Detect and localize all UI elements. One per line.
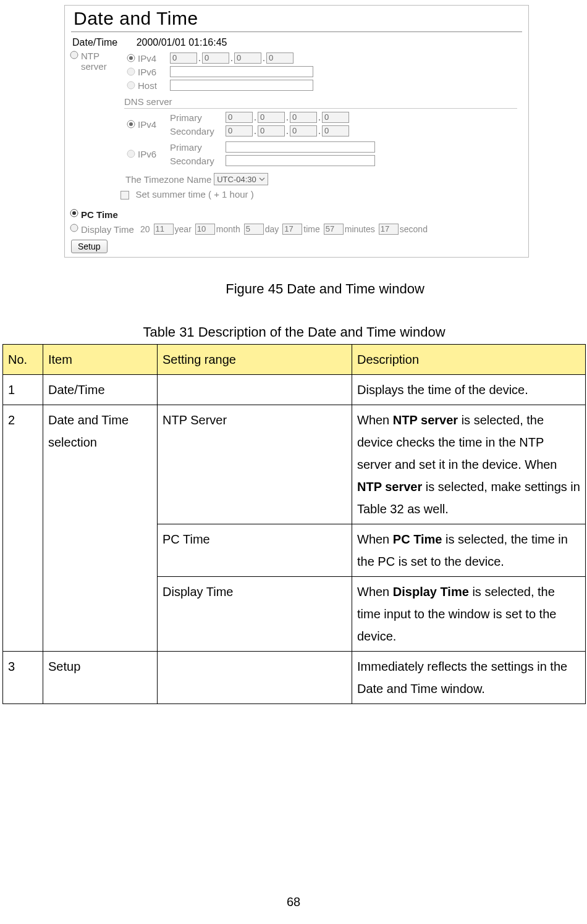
display-month-input[interactable]: 10: [195, 224, 215, 235]
table-row: 2 Date and Time selection NTP Server Whe…: [3, 405, 586, 524]
cell-no: 2: [3, 405, 43, 652]
cell-desc: Immediately reflects the settings in the…: [352, 652, 586, 704]
svg-point-2: [129, 56, 133, 60]
display-sec-input[interactable]: 17: [379, 224, 399, 235]
cell-no: 3: [3, 652, 43, 704]
date-label: Date/Time: [72, 37, 117, 48]
dns-ipv6-primary-input[interactable]: [226, 141, 375, 153]
display-year-label: year: [175, 224, 192, 234]
cell-range: [158, 652, 352, 704]
ntp-server-radio[interactable]: [70, 51, 78, 62]
display-year-prefix: 20: [140, 224, 150, 234]
figure-caption: Figure 45 Date and Time window: [64, 281, 586, 297]
cell-desc: When NTP server is selected, the device …: [352, 405, 586, 524]
display-time-radio[interactable]: [70, 224, 78, 235]
th-desc: Description: [352, 345, 586, 375]
table-header-row: No. Item Setting range Description: [3, 345, 586, 375]
ntp-host-input[interactable]: [170, 80, 313, 91]
dns-ipv6-secondary-label: Secondary: [170, 156, 226, 166]
cell-desc: When PC Time is selected, the time in th…: [352, 524, 586, 577]
svg-point-6: [129, 122, 133, 126]
setup-button[interactable]: Setup: [71, 240, 108, 253]
dns-section-title: DNS server: [124, 93, 517, 109]
ntp-ipv4-o2[interactable]: 0: [202, 52, 229, 64]
cell-range: [158, 375, 352, 405]
svg-point-9: [72, 211, 76, 215]
dns-ipv4-s1[interactable]: 0: [226, 125, 253, 136]
ntp-ipv6-input[interactable]: [170, 66, 313, 77]
display-month-label: month: [216, 224, 240, 234]
dns-ipv4-radio[interactable]: [124, 120, 138, 128]
chevron-down-icon: [259, 176, 265, 182]
dns-ipv4-s3[interactable]: 0: [290, 125, 317, 136]
table-caption: Table 31 Description of the Date and Tim…: [2, 324, 586, 340]
ntp-host-radio[interactable]: [124, 81, 138, 90]
display-hour-input[interactable]: 17: [282, 224, 302, 235]
display-hour-label: time: [303, 224, 319, 234]
dns-ipv4-s4[interactable]: 0: [322, 125, 349, 136]
description-table: No. Item Setting range Description 1 Dat…: [2, 344, 586, 704]
cell-range: Display Time: [158, 577, 352, 652]
text: When: [357, 413, 393, 427]
ntp-ipv4-o3[interactable]: 0: [234, 52, 261, 64]
dns-ipv4-p4[interactable]: 0: [322, 112, 349, 123]
ntp-ipv4-radio[interactable]: [124, 54, 138, 62]
th-no: No.: [3, 345, 43, 375]
date-time-display: Date/Time 2000/01/01 01:16:45: [65, 36, 528, 51]
text: When: [357, 585, 393, 598]
cell-item: Setup: [43, 652, 158, 704]
bold-text: NTP server: [393, 413, 458, 427]
dns-ipv4-p2[interactable]: 0: [258, 112, 285, 123]
text: When: [357, 532, 393, 546]
panel-title: Date and Time: [65, 6, 528, 29]
display-day-label: day: [265, 224, 279, 234]
cell-range: PC Time: [158, 524, 352, 577]
timezone-label: The Timezone Name: [125, 174, 211, 185]
dns-ipv4-secondary-label: Secondary: [170, 126, 226, 136]
display-day-input[interactable]: 5: [244, 224, 264, 235]
cell-desc: Displays the time of the device.: [352, 375, 586, 405]
timezone-value: UTC-04:30: [217, 175, 256, 184]
dns-ipv4-primary-label: Primary: [170, 112, 226, 123]
th-item: Item: [43, 345, 158, 375]
dns-ipv6-primary-label: Primary: [170, 142, 226, 153]
page-number: 68: [0, 895, 587, 909]
dns-ipv6-radio[interactable]: [124, 149, 138, 158]
dns-ipv4-p1[interactable]: 0: [226, 112, 253, 123]
summer-time-row: Set summer time ( + 1 hour ): [120, 189, 528, 200]
pc-time-label: PC Time: [81, 209, 118, 220]
date-value: 2000/01/01 01:16:45: [137, 37, 227, 48]
ntp-ipv4-o4[interactable]: 0: [266, 52, 294, 64]
summer-time-label: Set summer time ( + 1 hour ): [135, 189, 253, 200]
dns-ipv4-p3[interactable]: 0: [290, 112, 317, 123]
svg-point-3: [127, 68, 135, 75]
dns-ipv4-s2[interactable]: 0: [258, 125, 285, 136]
cell-desc: When Display Time is selected, the time …: [352, 577, 586, 652]
cell-range: NTP Server: [158, 405, 352, 524]
timezone-select[interactable]: UTC-04:30: [214, 173, 268, 185]
table-row: 3 Setup Immediately reflects the setting…: [3, 652, 586, 704]
table-row: 1 Date/Time Displays the time of the dev…: [3, 375, 586, 405]
date-time-panel: Date and Time Date/Time 2000/01/01 01:16…: [64, 5, 529, 258]
pc-time-radio[interactable]: [70, 209, 78, 220]
svg-point-7: [127, 150, 135, 158]
ntp-ipv6-radio[interactable]: [124, 67, 138, 76]
ntp-ipv4-label: IPv4: [138, 53, 170, 64]
dns-ipv4-label: IPv4: [138, 119, 170, 130]
dns-ipv6-secondary-input[interactable]: [226, 155, 375, 166]
display-min-label: minutes: [345, 224, 375, 234]
bold-text: PC Time: [393, 532, 442, 546]
svg-point-10: [70, 224, 78, 232]
bold-text: Display Time: [393, 585, 469, 598]
cell-no: 1: [3, 375, 43, 405]
svg-point-4: [127, 82, 135, 89]
title-divider: [71, 32, 522, 32]
ntp-ipv4-o1[interactable]: 0: [170, 52, 197, 64]
bold-text: NTP server: [357, 480, 422, 494]
display-min-input[interactable]: 57: [324, 224, 344, 235]
display-time-label: Display Time: [81, 224, 140, 235]
summer-time-checkbox[interactable]: [120, 191, 129, 200]
display-year-input[interactable]: 11: [154, 224, 174, 235]
cell-item: Date and Time selection: [43, 405, 158, 652]
display-sec-label: second: [400, 224, 428, 234]
